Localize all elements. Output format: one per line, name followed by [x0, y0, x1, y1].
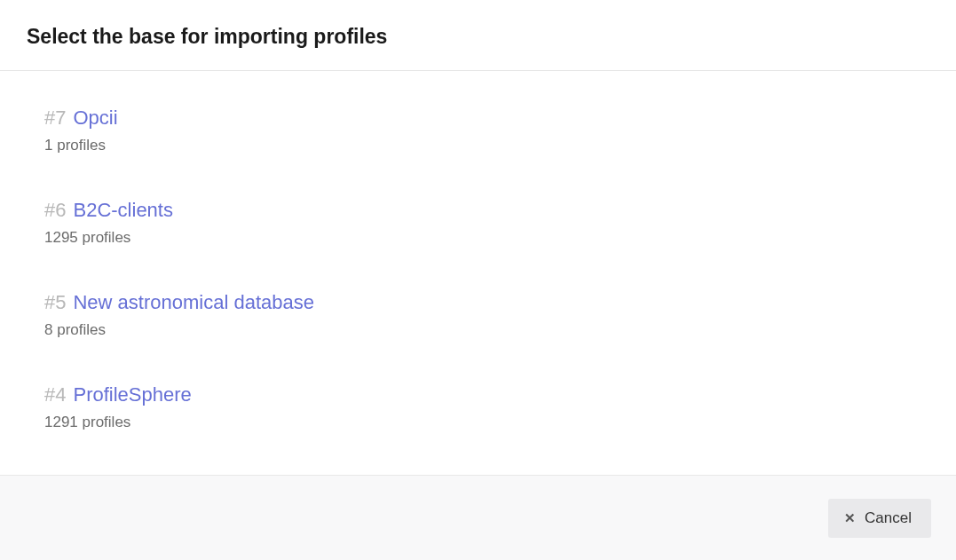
- base-number: #4: [44, 383, 66, 406]
- base-item[interactable]: #4 ProfileSphere 1291 profiles: [44, 383, 912, 431]
- base-number: #5: [44, 291, 66, 314]
- base-item[interactable]: #7 Opcii 1 profiles: [44, 106, 912, 154]
- base-subtitle: 1291 profiles: [44, 414, 912, 431]
- base-name: ProfileSphere: [73, 383, 191, 406]
- base-name: New astronomical database: [73, 291, 313, 314]
- base-list-scroll[interactable]: #7 Opcii 1 profiles #6 B2C-clients 1295 …: [0, 71, 956, 469]
- base-item-header: #5 New astronomical database: [44, 291, 912, 314]
- base-item[interactable]: #5 New astronomical database 8 profiles: [44, 291, 912, 339]
- base-item[interactable]: #6 B2C-clients 1295 profiles: [44, 199, 912, 247]
- base-subtitle: 1295 profiles: [44, 229, 912, 247]
- base-subtitle: 8 profiles: [44, 321, 912, 339]
- cancel-button-label: Cancel: [865, 509, 912, 527]
- base-item-header: #6 B2C-clients: [44, 199, 912, 222]
- modal-footer: ✕ Cancel: [0, 475, 956, 560]
- close-icon: ✕: [844, 511, 856, 525]
- base-name: B2C-clients: [73, 199, 172, 222]
- base-item-header: #4 ProfileSphere: [44, 383, 912, 406]
- cancel-button[interactable]: ✕ Cancel: [828, 499, 931, 538]
- base-list: #7 Opcii 1 profiles #6 B2C-clients 1295 …: [0, 71, 956, 469]
- base-number: #7: [44, 106, 66, 130]
- base-name: Opcii: [73, 106, 117, 130]
- modal-title: Select the base for importing profiles: [27, 25, 929, 49]
- base-number: #6: [44, 199, 66, 222]
- base-item-header: #7 Opcii: [44, 106, 912, 130]
- modal-header: Select the base for importing profiles: [0, 0, 956, 70]
- base-subtitle: 1 profiles: [44, 137, 912, 154]
